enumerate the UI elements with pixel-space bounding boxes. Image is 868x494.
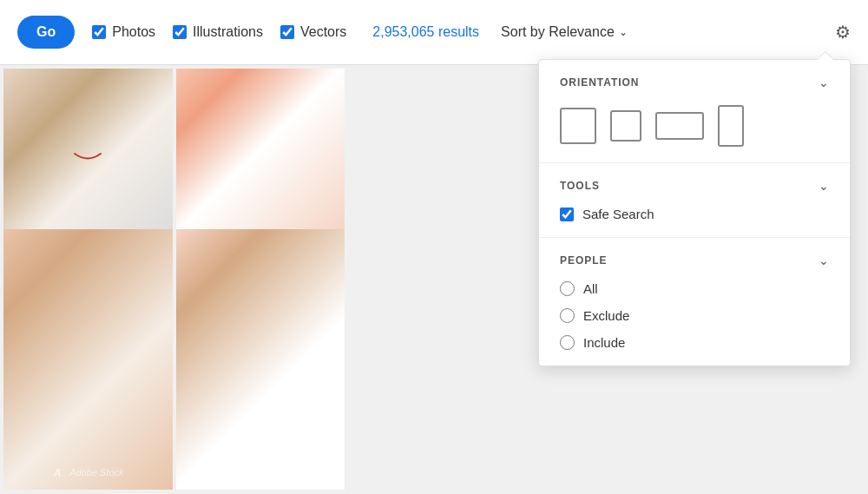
illustrations-label: Illustrations [193, 24, 263, 40]
image-mouth[interactable]: A Adobe Stock [3, 229, 173, 490]
image-smile1[interactable] [176, 69, 345, 229]
people-exclude-option[interactable]: Exclude [560, 308, 829, 323]
people-all-option[interactable]: All [560, 281, 829, 296]
people-chevron-icon: ⌄ [819, 254, 829, 267]
vectors-checkbox[interactable] [280, 25, 294, 39]
people-title: PEOPLE [560, 254, 607, 267]
header-bar: Go Photos Illustrations Vectors 2,953,06… [0, 0, 868, 65]
image-woman[interactable] [3, 69, 173, 229]
vectors-label: Vectors [300, 24, 346, 40]
image-grid-row2: A Adobe Stock [0, 229, 521, 490]
tools-section-header[interactable]: TOOLS ⌄ [560, 179, 829, 193]
image-blank [348, 229, 517, 490]
safe-search-label[interactable]: Safe Search [582, 207, 654, 221]
photos-label: Photos [112, 24, 155, 40]
gear-icon[interactable]: ⚙ [835, 22, 851, 43]
orientation-portrait-button[interactable] [718, 105, 744, 147]
illustrations-checkbox[interactable] [173, 25, 187, 39]
tools-chevron-icon: ⌄ [819, 179, 829, 193]
orientation-square-button[interactable] [610, 110, 641, 142]
safe-search-checkbox[interactable] [560, 207, 574, 221]
people-section: PEOPLE ⌄ All Exclude Include [539, 238, 850, 366]
people-all-label: All [583, 281, 598, 296]
orientation-landscape-button[interactable] [655, 112, 704, 140]
image-smile2[interactable] [176, 229, 345, 490]
vectors-checkbox-item[interactable]: Vectors [280, 24, 346, 40]
orientation-section: ORIENTATION ⌄ [539, 60, 850, 163]
photos-checkbox[interactable] [92, 25, 106, 39]
orientation-options [560, 105, 829, 147]
tools-section: TOOLS ⌄ Safe Search [539, 163, 850, 238]
orientation-chevron-icon: ⌄ [819, 76, 829, 89]
svg-text:A: A [53, 467, 62, 479]
sort-dropdown[interactable]: Sort by Relevance ⌄ [501, 24, 628, 40]
go-button[interactable]: Go [17, 16, 75, 49]
tools-title: TOOLS [560, 180, 600, 192]
people-section-header[interactable]: PEOPLE ⌄ [560, 254, 829, 267]
people-include-radio[interactable] [560, 335, 575, 350]
people-include-label: Include [583, 335, 625, 350]
people-exclude-label: Exclude [583, 308, 629, 323]
orientation-title: ORIENTATION [560, 76, 639, 89]
filter-dropdown-panel: ORIENTATION ⌄ TOOLS ⌄ Safe Search PEOPLE… [538, 59, 851, 366]
orientation-section-header[interactable]: ORIENTATION ⌄ [560, 76, 829, 89]
people-include-option[interactable]: Include [560, 335, 829, 350]
watermark: A Adobe Stock [52, 465, 123, 479]
sort-label: Sort by Relevance [501, 24, 615, 40]
photos-checkbox-item[interactable]: Photos [92, 24, 155, 40]
safe-search-row: Safe Search [560, 207, 829, 221]
illustrations-checkbox-item[interactable]: Illustrations [173, 24, 263, 40]
people-all-radio[interactable] [560, 281, 575, 296]
sort-chevron-icon: ⌄ [619, 26, 628, 38]
people-options: All Exclude Include [560, 281, 829, 350]
results-count: 2,953,065 results [372, 24, 479, 40]
orientation-all-button[interactable] [560, 108, 596, 144]
people-exclude-radio[interactable] [560, 308, 575, 323]
